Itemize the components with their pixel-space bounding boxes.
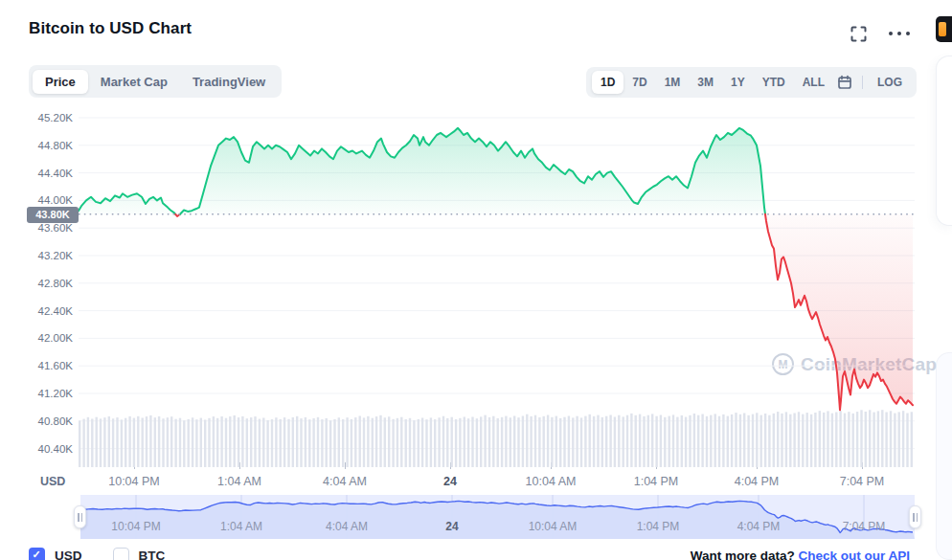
y-tick-label: 42.80K [17,278,73,289]
chart-type-tabs: PriceMarket CapTradingView [29,65,282,98]
currency-unit-label: USD [40,475,65,488]
y-tick-label: 44.00K [17,194,73,206]
y-tick-label: 40.40K [17,443,73,455]
navigator-tick-label: 1:04 PM [637,520,680,533]
brush-handle-left[interactable] [74,505,86,528]
y-tick-label: 45.20K [17,112,73,123]
navigator-tick-label: 10:04 PM [111,520,160,533]
partial-buy-button[interactable] [936,16,952,42]
coin-icon [939,22,946,36]
usd-legend-label: USD [55,549,82,560]
log-scale-toggle[interactable]: LOG [869,71,911,94]
range-ytd[interactable]: YTD [754,71,794,94]
x-tick-label: 1:04 PM [634,475,679,488]
adjacent-panel-edge-lower [936,352,952,560]
api-promo-text: Want more data? [691,549,795,560]
api-link[interactable]: Check out our API [798,549,910,560]
series-legend: USD BTC [29,548,195,560]
y-tick-label: 42.40K [17,305,73,317]
adjacent-panel-edge [936,56,952,226]
y-tick-label: 41.60K [17,360,73,371]
y-tick-label: 43.20K [17,250,73,261]
fullscreen-icon[interactable] [850,26,867,42]
price-chart[interactable] [79,110,915,467]
y-tick-label: 44.40K [17,168,73,179]
x-tick-label: 10:04 PM [108,475,160,488]
range-7d[interactable]: 7D [623,71,655,94]
bitcoin-usd-chart-panel: Bitcoin to USD Chart PriceMarket CapTrad… [0,0,952,560]
navigator-tick-label: 24 [445,520,458,533]
navigator-tick-label: 4:04 PM [737,520,781,533]
x-tick-label: 24 [443,475,457,488]
chart-navigator[interactable]: 10:04 PM1:04 AM4:04 AM2410:04 AM1:04 PM4… [80,495,915,539]
current-price-badge: 43.80K [27,207,79,223]
btc-checkbox[interactable] [113,548,129,560]
brush-handle-right[interactable] [909,505,921,528]
y-tick-label: 42.00K [17,332,73,344]
btc-legend-label: BTC [139,549,166,560]
navigator-chart [80,495,915,539]
calendar-icon[interactable] [837,75,852,90]
tab-market-cap[interactable]: Market Cap [88,70,180,94]
range-all[interactable]: ALL [794,71,833,94]
x-tick-label: 4:04 AM [323,475,367,488]
tab-price[interactable]: Price [33,70,88,94]
navigator-tick-label: 1:04 AM [220,520,262,533]
y-tick-label: 41.20K [17,388,73,399]
navigator-tick-label: 7:04 PM [843,520,886,533]
more-options-icon[interactable] [889,30,912,37]
y-tick-label: 44.80K [17,140,73,151]
range-1m[interactable]: 1M [656,71,690,94]
api-promo: Want more data? Check out our API [691,549,910,560]
navigator-tick-label: 4:04 AM [326,520,368,533]
main-chart-area: M CoinMarketCap [79,110,915,467]
x-tick-label: 7:04 PM [840,475,885,488]
range-3m[interactable]: 3M [689,71,722,94]
y-tick-label: 40.80K [17,415,73,427]
navigator-tick-label: 10:04 AM [529,520,578,533]
usd-checkbox[interactable] [29,548,45,560]
page-title: Bitcoin to USD Chart [29,19,192,38]
range-1d[interactable]: 1D [592,71,623,94]
tab-tradingview[interactable]: TradingView [180,70,278,94]
range-1y[interactable]: 1Y [722,71,754,94]
divider [862,76,863,89]
time-range-selector: 1D7D1M3M1YYTDALLLOG [586,67,917,98]
y-tick-label: 43.60K [17,222,73,234]
x-tick-label: 1:04 AM [217,475,261,488]
x-tick-label: 4:04 PM [735,475,780,488]
x-tick-label: 10:04 AM [526,475,577,488]
